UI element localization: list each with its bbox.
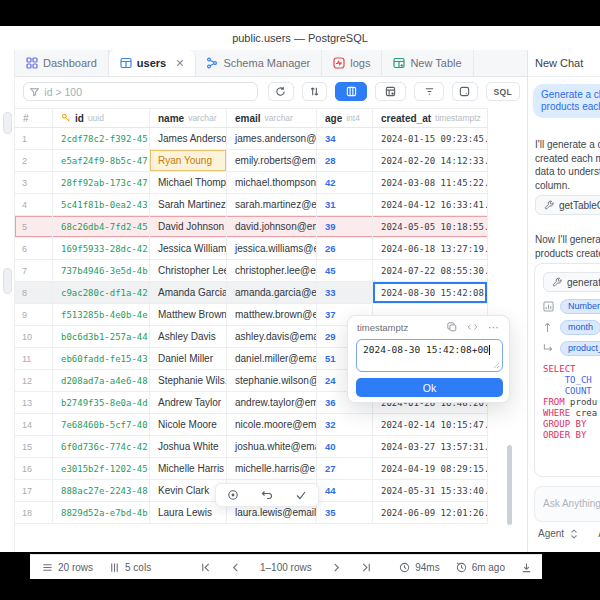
table-row[interactable]: 45c41f81b-0ea2-43..Sarah Martinezsarah.m… xyxy=(15,194,488,216)
table-cell[interactable]: c9ac280c-df1a-42.. xyxy=(53,282,150,303)
table-row[interactable]: 6169f5933-28dc-42..Jessica Williamsjessi… xyxy=(15,238,488,260)
table-cell[interactable]: 2024-05-05 10:18:55.. xyxy=(373,216,488,237)
table-cell[interactable]: ashley.davis@emai... xyxy=(227,326,317,347)
more-options-icon[interactable]: ⋯ xyxy=(488,321,500,334)
table-cell[interactable]: b2749f35-8e0a-4d.. xyxy=(53,392,150,413)
table-cell[interactable]: daniel.miller@emai... xyxy=(227,348,317,369)
sort-button[interactable] xyxy=(302,82,328,101)
table-cell[interactable]: 4 xyxy=(15,194,53,215)
table-cell[interactable]: 2024-06-09 12:01:26.. xyxy=(373,502,488,523)
table-cell[interactable]: 42 xyxy=(317,172,373,193)
table-row[interactable]: 156f0d736c-774c-42..Joshua Whitejoshua.w… xyxy=(15,436,488,458)
undo-icon[interactable] xyxy=(261,489,273,501)
table-cell[interactable]: 68c26db4-7fd2-45.. xyxy=(53,216,150,237)
copy-icon[interactable] xyxy=(447,322,457,332)
columns-button[interactable] xyxy=(335,82,367,101)
tab-dashboard[interactable]: Dashboard xyxy=(15,50,109,76)
tab-schema-manager[interactable]: Schema Manager xyxy=(195,50,322,76)
table-cell[interactable]: jessica.williams@e... xyxy=(227,238,317,259)
row-count[interactable]: 20 rows xyxy=(42,562,93,573)
table-cell[interactable]: stephanie.wilson@... xyxy=(227,370,317,391)
table-cell[interactable]: 2 xyxy=(15,150,53,171)
vertical-scrollbar[interactable] xyxy=(507,445,512,525)
table-cell[interactable]: 12 xyxy=(15,370,53,391)
resize-handle-icon[interactable] xyxy=(493,362,500,369)
table-cell[interactable]: Michael Thomp... xyxy=(150,172,227,193)
confirm-check-icon[interactable] xyxy=(295,489,307,501)
table-cell[interactable]: sarah.martinez@e... xyxy=(227,194,317,215)
table-row[interactable]: 147e68460b-5cf7-40..Nicole Moorenicole.m… xyxy=(15,414,488,436)
table-cell[interactable]: 45 xyxy=(317,260,373,281)
table-cell[interactable]: 2024-04-19 08:29:15.. xyxy=(373,458,488,479)
table-cell[interactable]: andrew.taylor@em... xyxy=(227,392,317,413)
table-cell[interactable]: 6f0d736c-774c-42.. xyxy=(53,436,150,457)
table-cell[interactable]: 737b4946-3e5d-4b.. xyxy=(53,260,150,281)
close-icon[interactable]: ✕ xyxy=(175,57,184,70)
column-header-created-at[interactable]: created_at timestamptz xyxy=(373,109,488,127)
rail-handle[interactable] xyxy=(3,268,12,294)
agent-mode-selector[interactable]: Agent xyxy=(538,528,564,539)
next-page-icon[interactable] xyxy=(332,562,341,573)
table-cell[interactable]: Matthew Brown xyxy=(150,304,227,325)
table-cell[interactable]: 5 xyxy=(15,216,53,237)
table-cell[interactable]: david.johnson@em... xyxy=(227,216,317,237)
table-row[interactable]: 16e3015b2f-1202-45..Michelle Harrismiche… xyxy=(15,458,488,480)
table-cell[interactable]: 13 xyxy=(15,392,53,413)
table-cell[interactable]: 169f5933-28dc-42.. xyxy=(53,238,150,259)
table-cell[interactable]: 2024-04-12 16:33:41.. xyxy=(373,194,488,215)
column-header-email[interactable]: email varchar xyxy=(227,109,317,127)
table-cell[interactable]: james.anderson@e... xyxy=(227,128,317,149)
chart-field-pill[interactable]: product_c xyxy=(560,341,600,356)
table-cell[interactable]: 5c41f81b-0ea2-43.. xyxy=(53,194,150,215)
table-cell[interactable]: 11 xyxy=(15,348,53,369)
table-cell[interactable]: 14 xyxy=(15,414,53,435)
table-cell[interactable]: Ryan Young xyxy=(150,150,227,171)
chat-input[interactable] xyxy=(543,498,600,509)
page-range-label[interactable]: 1–100 rows xyxy=(260,562,312,573)
table-cell[interactable]: michael.thompson... xyxy=(227,172,317,193)
column-header-rownum[interactable]: # xyxy=(15,109,53,127)
table-row[interactable]: 12cdf78c2-f392-45..James Andersonjames.a… xyxy=(15,128,488,150)
table-cell[interactable]: 2024-08-30 15:42:08.. xyxy=(373,282,488,303)
table-cell[interactable]: e5af24f9-8b5c-47.. xyxy=(53,150,150,171)
table-cell[interactable]: d208ad7a-a4e6-48.. xyxy=(53,370,150,391)
table-cell[interactable]: 6 xyxy=(15,238,53,259)
column-header-id[interactable]: id uuid xyxy=(53,109,150,127)
table-cell[interactable]: 2024-02-14 10:15:47.. xyxy=(373,414,488,435)
code-view-icon[interactable] xyxy=(467,322,478,332)
table-cell[interactable]: 15 xyxy=(15,436,53,457)
table-cell[interactable]: Laura Lewis xyxy=(150,502,227,523)
table-cell[interactable]: 33 xyxy=(317,282,373,303)
table-cell[interactable]: 7e68460b-5cf7-40.. xyxy=(53,414,150,435)
table-cell[interactable]: 40 xyxy=(317,436,373,457)
table-cell[interactable]: 32 xyxy=(317,414,373,435)
table-cell[interactable]: 2024-01-15 09:23:45.. xyxy=(373,128,488,149)
table-cell[interactable]: 39 xyxy=(317,216,373,237)
table-cell[interactable]: emily.roberts@em... xyxy=(227,150,317,171)
table-cell[interactable]: Nicole Moore xyxy=(150,414,227,435)
table-cell[interactable]: nicole.moore@em... xyxy=(227,414,317,435)
table-cell[interactable]: amanda.garcia@e... xyxy=(227,282,317,303)
table-cell[interactable]: 3 xyxy=(15,172,53,193)
col-count[interactable]: 5 cols xyxy=(109,562,151,573)
table-cell[interactable]: 28 xyxy=(317,150,373,171)
table-cell[interactable]: 18 xyxy=(15,502,53,523)
tab-new-table[interactable]: New Table xyxy=(382,50,473,76)
table-cell[interactable]: 2024-03-08 11:45:22.. xyxy=(373,172,488,193)
rail-handle[interactable] xyxy=(3,112,12,134)
table-cell[interactable]: 27 xyxy=(317,458,373,479)
table-cell[interactable]: Joshua White xyxy=(150,436,227,457)
column-header-age[interactable]: age int4 xyxy=(317,109,373,127)
table-cell[interactable]: 888ac27e-2243-48.. xyxy=(53,480,150,501)
chart-field-pill[interactable]: Number o xyxy=(560,299,600,314)
table-cell[interactable]: christopher.lee@e... xyxy=(227,260,317,281)
table-cell[interactable]: 2cdf78c2-f392-45.. xyxy=(53,128,150,149)
tool-call-chip[interactable]: getTableCo xyxy=(535,195,600,215)
table-cell[interactable]: 2024-07-22 08:55:30.. xyxy=(373,260,488,281)
table-cell[interactable]: eb60fadd-fe15-43.. xyxy=(53,348,150,369)
table-cell[interactable]: Daniel Miller xyxy=(150,348,227,369)
table-cell[interactable]: 2024-03-27 13:57:31.. xyxy=(373,436,488,457)
first-page-icon[interactable] xyxy=(200,562,211,573)
table-cell[interactable]: 1 xyxy=(15,128,53,149)
table-cell[interactable]: joshua.white@ema... xyxy=(227,436,317,457)
